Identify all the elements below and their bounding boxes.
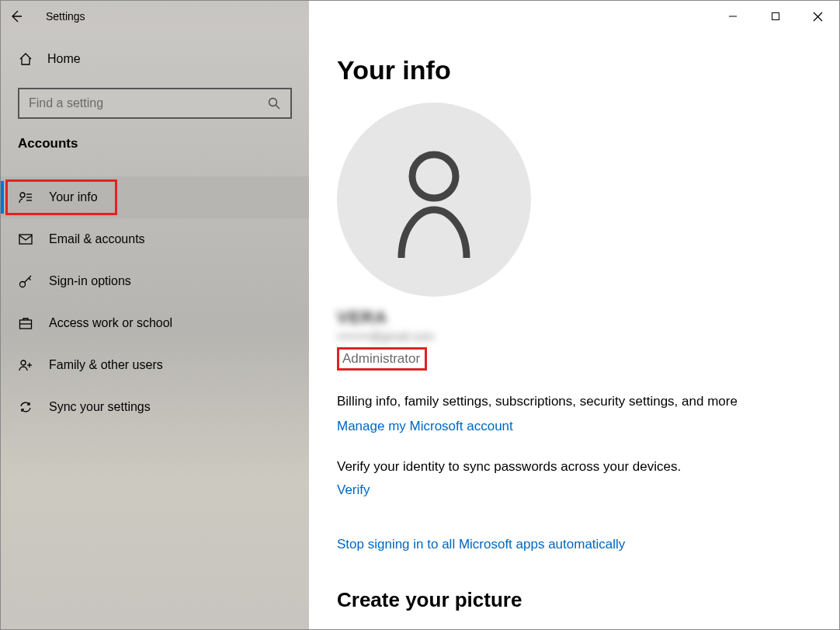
svg-point-4 bbox=[269, 99, 277, 106]
svg-rect-1 bbox=[772, 13, 779, 20]
search-box[interactable] bbox=[18, 88, 292, 119]
svg-rect-10 bbox=[19, 235, 32, 244]
search-icon bbox=[267, 96, 281, 110]
arrow-left-icon bbox=[9, 9, 24, 24]
nav-access-work-school[interactable]: Access work or school bbox=[1, 302, 309, 344]
person-icon bbox=[387, 141, 481, 258]
page-title: Your info bbox=[337, 55, 811, 85]
id-card-icon bbox=[18, 190, 33, 205]
nav-item-label: Sync your settings bbox=[49, 400, 151, 414]
avatar bbox=[337, 103, 531, 297]
svg-line-13 bbox=[29, 278, 31, 280]
envelope-icon bbox=[18, 231, 33, 247]
maximize-icon bbox=[771, 12, 780, 21]
role-highlight-box: Administrator bbox=[337, 347, 427, 371]
svg-point-6 bbox=[20, 193, 25, 197]
sidebar: Home Accounts Your info bbox=[1, 32, 309, 629]
briefcase-icon bbox=[18, 315, 33, 331]
back-button[interactable] bbox=[1, 1, 32, 32]
nav-sync-settings[interactable]: Sync your settings bbox=[1, 386, 309, 428]
window-titlebar: Settings bbox=[1, 1, 839, 32]
nav-item-label: Your info bbox=[49, 190, 98, 204]
nav-home-label: Home bbox=[47, 52, 81, 66]
user-role: Administrator bbox=[342, 351, 420, 366]
billing-description: Billing info, family settings, subscript… bbox=[337, 392, 811, 411]
nav-item-label: Family & other users bbox=[49, 358, 163, 372]
user-name: VERA bbox=[337, 308, 811, 328]
nav-item-label: Access work or school bbox=[49, 316, 172, 330]
nav-item-label: Sign-in options bbox=[49, 274, 131, 288]
nav-family-users[interactable]: Family & other users bbox=[1, 344, 309, 386]
sync-icon bbox=[18, 399, 33, 415]
main-content: Your info VERA ••••••••@gmail.com Admini… bbox=[309, 32, 839, 629]
section-header: Accounts bbox=[1, 133, 309, 167]
app-title: Settings bbox=[46, 10, 85, 23]
user-email: ••••••••@gmail.com bbox=[337, 329, 811, 343]
minimize-icon bbox=[728, 12, 738, 21]
verify-description: Verify your identity to sync passwords a… bbox=[337, 459, 811, 475]
nav-your-info[interactable]: Your info bbox=[1, 176, 309, 218]
nav-item-label: Email & accounts bbox=[49, 232, 145, 246]
nav-email-accounts[interactable]: Email & accounts bbox=[1, 218, 309, 260]
maximize-button[interactable] bbox=[754, 4, 797, 29]
svg-line-5 bbox=[276, 106, 280, 110]
stop-signin-link[interactable]: Stop signing in to all Microsoft apps au… bbox=[337, 537, 625, 552]
svg-point-11 bbox=[20, 282, 26, 287]
search-input[interactable] bbox=[29, 96, 267, 110]
close-icon bbox=[813, 12, 823, 22]
people-icon bbox=[18, 357, 33, 373]
verify-link[interactable]: Verify bbox=[337, 482, 370, 498]
minimize-button[interactable] bbox=[711, 4, 754, 29]
key-icon bbox=[18, 273, 33, 289]
nav-signin-options[interactable]: Sign-in options bbox=[1, 260, 309, 302]
svg-point-19 bbox=[412, 155, 456, 198]
create-picture-heading: Create your picture bbox=[337, 588, 811, 612]
nav-home[interactable]: Home bbox=[1, 40, 309, 78]
close-button[interactable] bbox=[797, 4, 839, 29]
manage-account-link[interactable]: Manage my Microsoft account bbox=[337, 419, 513, 434]
svg-point-16 bbox=[21, 360, 26, 365]
home-icon bbox=[18, 51, 33, 67]
